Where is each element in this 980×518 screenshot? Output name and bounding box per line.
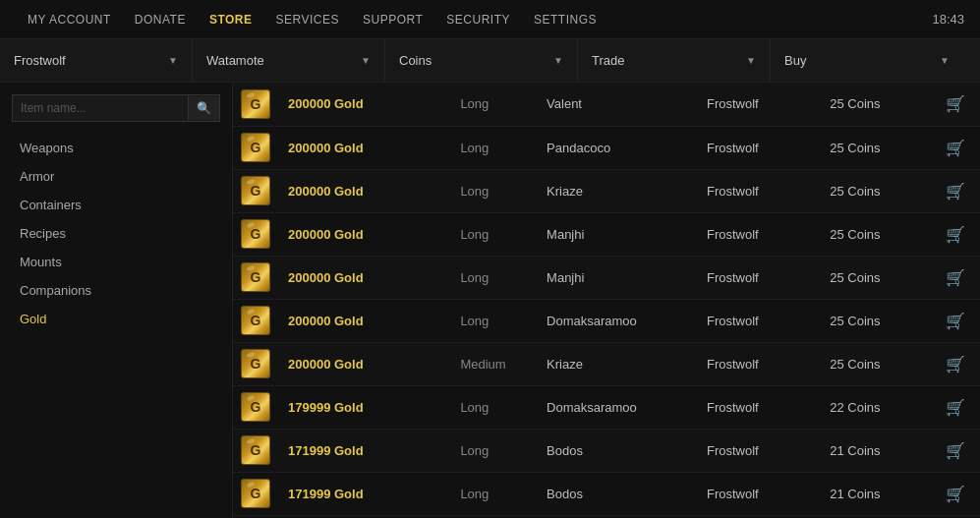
search-input[interactable] <box>13 95 188 121</box>
cart-icon[interactable]: 🛒 <box>946 95 965 112</box>
sidebar-item-mounts[interactable]: Mounts <box>0 248 232 276</box>
item-name-cell: 200000 Gold <box>278 342 450 385</box>
table-row: G 200000 Gold Long Kriaze Frostwolf 25 C… <box>233 169 980 212</box>
realm-cell: Frostwolf <box>697 126 820 169</box>
gold-coin-icon: G <box>241 262 270 292</box>
sidebar-item-gold[interactable]: Gold <box>0 305 232 333</box>
cart-icon[interactable]: 🛒 <box>946 183 965 200</box>
top-navigation: MY ACCOUNT DONATE STORE SERVICES SUPPORT… <box>0 0 980 39</box>
price-cell: 25 Coins <box>820 212 931 256</box>
buy-button-cell[interactable]: 🛒 <box>931 299 980 342</box>
nav-support[interactable]: SUPPORT <box>351 0 434 38</box>
buy-button-cell[interactable]: 🛒 <box>931 429 980 472</box>
item-icon-cell: G <box>233 472 278 515</box>
cart-icon[interactable]: 🛒 <box>946 226 965 243</box>
buy-button-cell[interactable]: 🛒 <box>931 256 980 299</box>
gold-coin-icon: G <box>241 306 270 335</box>
item-name-cell: 171999 Gold <box>278 472 450 515</box>
seller-cell: Bodos <box>537 429 697 472</box>
nav-security[interactable]: SECURITY <box>434 0 522 38</box>
character-dropdown[interactable]: Watamote ▼ <box>193 39 385 82</box>
price-cell: 25 Coins <box>820 83 931 126</box>
table-wrapper[interactable]: G 200000 Gold Long Valent Frostwolf 25 C… <box>233 83 980 518</box>
seller-cell: Bodos <box>537 472 697 515</box>
listings-table: G 200000 Gold Long Valent Frostwolf 25 C… <box>233 83 980 516</box>
cart-icon[interactable]: 🛒 <box>946 140 965 156</box>
seller-cell: Pandacoco <box>537 126 697 169</box>
buy-type-value: Buy <box>784 53 806 68</box>
currency-dropdown[interactable]: Coins ▼ <box>385 39 578 82</box>
item-name-cell: 200000 Gold <box>278 83 450 126</box>
buy-button-cell[interactable]: 🛒 <box>931 342 980 385</box>
gold-coin-icon: G <box>241 349 270 378</box>
table-row: G 200000 Gold Long Manjhi Frostwolf 25 C… <box>233 212 980 256</box>
cart-icon[interactable]: 🛒 <box>946 486 965 502</box>
seller-cell: Domaksaramoo <box>537 299 697 342</box>
realm-cell: Frostwolf <box>697 472 820 515</box>
search-button[interactable]: 🔍 <box>188 96 219 120</box>
trade-type-dropdown[interactable]: Trade ▼ <box>578 39 771 82</box>
sidebar-item-armor[interactable]: Armor <box>0 162 232 191</box>
cart-icon[interactable]: 🛒 <box>946 269 965 286</box>
table-row: G 200000 Gold Medium Kriaze Frostwolf 25… <box>233 342 980 385</box>
buy-button-cell[interactable]: 🛒 <box>931 472 980 515</box>
cart-icon[interactable]: 🛒 <box>946 356 965 373</box>
item-icon-cell: G <box>233 342 278 385</box>
cart-icon[interactable]: 🛒 <box>946 313 965 329</box>
sidebar-item-weapons[interactable]: Weapons <box>0 134 232 162</box>
buy-button-cell[interactable]: 🛒 <box>931 385 980 429</box>
seller-cell: Kriaze <box>537 169 697 212</box>
item-name-cell: 200000 Gold <box>278 126 450 169</box>
sidebar-item-companions[interactable]: Companions <box>0 276 232 305</box>
price-cell: 25 Coins <box>820 299 931 342</box>
nav-store[interactable]: STORE <box>198 0 264 38</box>
item-icon-cell: G <box>233 83 278 126</box>
sidebar-item-containers[interactable]: Containers <box>0 191 232 219</box>
seller-cell: Manjhi <box>537 212 697 256</box>
seller-cell: Valent <box>537 83 697 126</box>
table-row: G 200000 Gold Long Domaksaramoo Frostwol… <box>233 299 980 342</box>
gold-coin-icon: G <box>241 479 270 508</box>
seller-cell: Kriaze <box>537 342 697 385</box>
item-icon-cell: G <box>233 429 278 472</box>
item-name-cell: 200000 Gold <box>278 212 450 256</box>
cart-icon[interactable]: 🛒 <box>946 442 965 459</box>
gold-coin-icon: G <box>241 133 270 162</box>
realm-dropdown[interactable]: Frostwolf ▼ <box>0 39 193 82</box>
buy-type-dropdown[interactable]: Buy ▼ <box>771 39 963 82</box>
search-container: 🔍 <box>12 94 220 122</box>
nav-settings[interactable]: SETTINGS <box>522 0 608 38</box>
nav-services[interactable]: SERVICES <box>264 0 351 38</box>
currency-arrow-icon: ▼ <box>553 55 563 66</box>
buy-button-cell[interactable]: 🛒 <box>931 212 980 256</box>
item-name-cell: 171999 Gold <box>278 429 450 472</box>
item-name-cell: 200000 Gold <box>278 169 450 212</box>
character-arrow-icon: ▼ <box>361 55 371 66</box>
nav-donate[interactable]: DONATE <box>123 0 198 38</box>
table-row: G 179999 Gold Long Domaksaramoo Frostwol… <box>233 385 980 429</box>
nav-my-account[interactable]: MY ACCOUNT <box>16 0 123 38</box>
duration-cell: Long <box>450 126 537 169</box>
buy-button-cell[interactable]: 🛒 <box>931 126 980 169</box>
table-row: G 200000 Gold Long Manjhi Frostwolf 25 C… <box>233 256 980 299</box>
realm-cell: Frostwolf <box>697 212 820 256</box>
price-cell: 21 Coins <box>820 429 931 472</box>
item-icon-cell: G <box>233 385 278 429</box>
duration-cell: Medium <box>450 342 537 385</box>
seller-cell: Domaksaramoo <box>537 385 697 429</box>
item-icon-cell: G <box>233 256 278 299</box>
item-icon-cell: G <box>233 169 278 212</box>
gold-coin-icon: G <box>241 89 270 119</box>
item-icon-cell: G <box>233 212 278 256</box>
price-cell: 22 Coins <box>820 385 931 429</box>
duration-cell: Long <box>450 385 537 429</box>
duration-cell: Long <box>450 429 537 472</box>
cart-icon[interactable]: 🛒 <box>946 399 965 416</box>
buy-button-cell[interactable]: 🛒 <box>931 83 980 126</box>
realm-cell: Frostwolf <box>697 342 820 385</box>
sidebar-item-recipes[interactable]: Recipes <box>0 219 232 248</box>
buy-button-cell[interactable]: 🛒 <box>931 169 980 212</box>
realm-arrow-icon: ▼ <box>168 55 178 66</box>
realm-value: Frostwolf <box>14 53 66 68</box>
character-value: Watamote <box>206 53 264 68</box>
